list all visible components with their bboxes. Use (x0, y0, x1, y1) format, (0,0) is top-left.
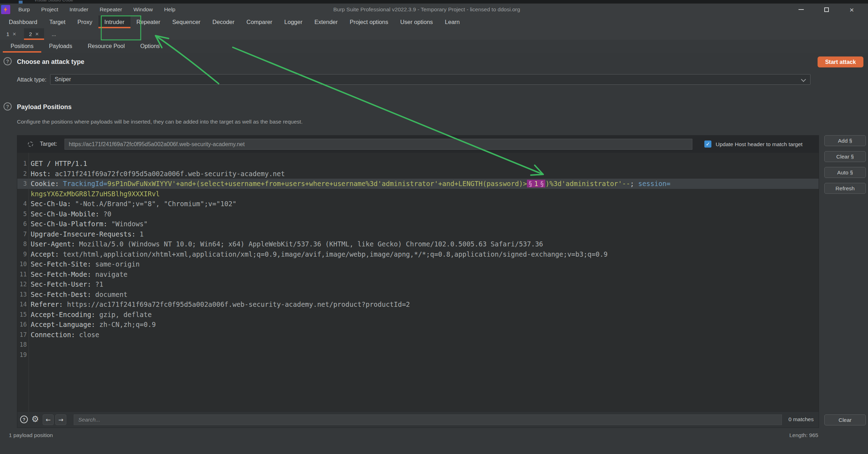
request-line: 15Accept-Encoding: gzip, deflate (17, 310, 819, 320)
close-tab-icon[interactable]: ✕ (35, 28, 39, 40)
line-content: Sec-Ch-Ua-Platform: "Windows" (31, 219, 148, 229)
request-line: kngsYX6ZxMbGR8lZ7uHSBlhg9XXXIRvl (17, 189, 819, 199)
tab-project-options[interactable]: Project options (344, 16, 394, 28)
tab-repeater[interactable]: Repeater (130, 16, 166, 28)
request-editor[interactable]: 1GET / HTTP/1.12Host: ac171f241f69a72fc0… (17, 153, 819, 413)
line-content: Accept-Language: zh-CN,zh;q=0.9 (31, 319, 156, 330)
tab-learn[interactable]: Learn (439, 16, 466, 28)
tab-proxy[interactable]: Proxy (72, 16, 98, 28)
request-line: 16Accept-Language: zh-CN,zh;q=0.9 (17, 319, 819, 330)
menu-item-intruder[interactable]: Intruder (64, 4, 94, 16)
request-line: 11Sec-Fetch-Mode: navigate (17, 269, 819, 280)
auto-marker-button[interactable]: Auto § (824, 167, 866, 178)
help-icon[interactable]: ? (4, 102, 12, 110)
target-row: Target: ✓ Update Host header to match ta… (17, 136, 819, 153)
payload-positions-heading: Payload Positions (17, 103, 72, 111)
menu-item-window[interactable]: Window (128, 4, 158, 16)
line-number: 6 (17, 219, 27, 229)
tab-logger[interactable]: Logger (278, 16, 308, 28)
line-content: Sec-Fetch-Site: same-origin (31, 259, 140, 269)
match-count: 0 matches (788, 416, 814, 423)
attack-tab-tab[interactable]: ... (47, 28, 61, 40)
line-number: 8 (17, 239, 27, 249)
request-line: 13Sec-Fetch-Dest: document (17, 289, 819, 300)
minimize-icon[interactable] (788, 4, 814, 16)
attack-type-select[interactable]: Sniper (50, 74, 811, 85)
line-content: Sec-Ch-Ua-Mobile: ?0 (31, 209, 111, 219)
request-line: 9Accept: text/html,application/xhtml+xml… (17, 249, 819, 259)
line-number: 4 (17, 199, 27, 209)
tab-comparer[interactable]: Comparer (241, 16, 278, 28)
line-number: 16 (17, 319, 27, 330)
line-content: Cookie: TrackingId=9sP1nDwFuNxWIYYV'+and… (31, 179, 670, 189)
start-attack-button[interactable]: Start attack (818, 56, 863, 67)
menu-item-burp[interactable]: Burp (13, 4, 36, 16)
menu-item-help[interactable]: Help (158, 4, 181, 16)
line-content: GET / HTTP/1.1 (31, 159, 87, 169)
help-icon[interactable]: ? (4, 57, 12, 65)
line-content: Accept: text/html,application/xhtml+xml,… (31, 249, 608, 259)
attack-type-label: Attack type: (17, 77, 47, 83)
payload-position-count: 1 payload position (9, 432, 53, 438)
tab-extender[interactable]: Extender (308, 16, 344, 28)
config-tab-bar: PositionsPayloadsResource PoolOptions (0, 40, 868, 53)
menu-item-repeater[interactable]: Repeater (94, 4, 128, 16)
burp-logo-icon (1, 5, 10, 14)
line-number: 9 (17, 249, 27, 259)
update-host-checkbox[interactable]: ✓ (704, 141, 711, 148)
tab-sequencer[interactable]: Sequencer (166, 16, 207, 28)
tab-intruder[interactable]: Intruder (98, 16, 130, 28)
maximize-icon[interactable] (814, 4, 839, 16)
request-line: 5Sec-Ch-Ua-Mobile: ?0 (17, 209, 819, 219)
tab-decoder[interactable]: Decoder (206, 16, 240, 28)
line-content: Sec-Fetch-Dest: document (31, 289, 128, 300)
window-controls: × (788, 4, 864, 16)
close-icon[interactable]: × (839, 4, 864, 16)
search-help-icon[interactable]: ? (20, 416, 28, 423)
attack-tab-1[interactable]: 1✕ (1, 28, 21, 40)
request-line: 2Host: ac171f241f69a72fc0f95d5a002a006f.… (17, 169, 819, 179)
payload-positions-description: Configure the positions where payloads w… (17, 119, 303, 125)
line-number: 17 (17, 330, 27, 340)
clear-marker-button[interactable]: Clear § (824, 151, 866, 162)
line-number: 15 (17, 310, 27, 320)
refresh-button[interactable]: Refresh (824, 183, 866, 194)
config-tab-options[interactable]: Options (133, 40, 168, 53)
config-tab-positions[interactable]: Positions (3, 40, 41, 53)
search-clear-button[interactable]: Clear (824, 414, 866, 425)
tab-dashboard[interactable]: Dashboard (3, 16, 43, 28)
line-number: 5 (17, 209, 27, 219)
line-number: 2 (17, 169, 27, 179)
attack-tab-label: ... (52, 28, 56, 40)
target-dial-icon (28, 142, 33, 147)
config-tab-payloads[interactable]: Payloads (41, 40, 80, 53)
menu-item-project[interactable]: Project (36, 4, 64, 16)
request-line: 19 (17, 350, 819, 360)
attack-tab-2[interactable]: 2✕ (24, 28, 44, 40)
config-tab-resource-pool[interactable]: Resource Pool (80, 40, 133, 53)
request-line: 18 (17, 340, 819, 350)
line-number: 7 (17, 229, 27, 239)
request-line: 3Cookie: TrackingId=9sP1nDwFuNxWIYYV'+an… (17, 179, 819, 189)
line-number: 11 (17, 269, 27, 280)
attack-type-value: Sniper (55, 76, 71, 83)
tab-target[interactable]: Target (43, 16, 72, 28)
background-window-icon (19, 1, 23, 4)
add-marker-button[interactable]: Add § (824, 135, 866, 146)
tab-user-options[interactable]: User options (394, 16, 439, 28)
chevron-down-icon (801, 77, 806, 82)
attack-tab-bar: 1✕2✕... (0, 28, 868, 40)
payload-marker-icon: § (527, 180, 534, 187)
target-url-input[interactable] (65, 139, 692, 150)
request-panel: Target: ✓ Update Host header to match ta… (17, 135, 819, 428)
search-input[interactable] (74, 414, 782, 425)
prev-match-button[interactable]: ← (43, 414, 54, 425)
attack-tab-label: 2 (29, 28, 32, 40)
close-tab-icon[interactable]: ✕ (12, 28, 16, 40)
request-line: 12Sec-Fetch-User: ?1 (17, 279, 819, 289)
next-match-button[interactable]: → (55, 414, 66, 425)
attack-type-heading: Choose an attack type (17, 58, 84, 66)
main-tab-bar: DashboardTargetProxyIntruderRepeaterSequ… (0, 16, 868, 28)
gear-icon[interactable]: ⚙ (31, 414, 39, 424)
editor-search-bar: ? ⚙ ← → 0 matches (17, 412, 819, 428)
